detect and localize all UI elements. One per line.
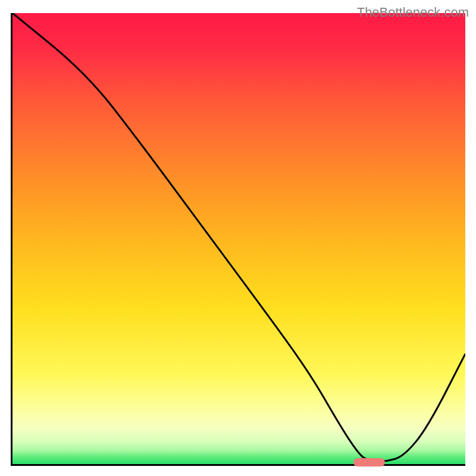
watermark-text: TheBottleneck.com [357,5,469,20]
optimal-marker [353,458,385,466]
curve-line [12,13,465,464]
plot-area [11,13,465,466]
